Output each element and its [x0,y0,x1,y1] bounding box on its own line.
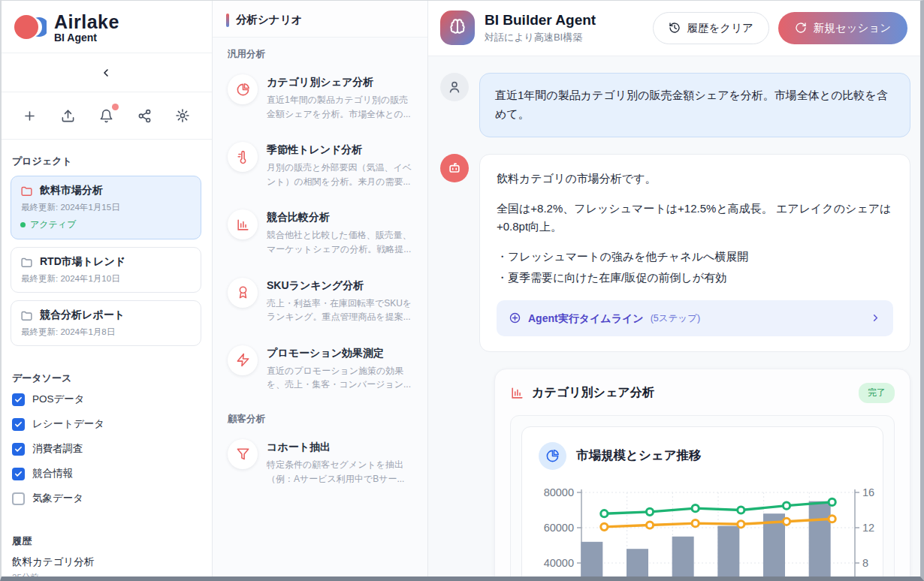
person-icon [447,80,462,95]
chat-body: 直近1年間の製品カテゴリ別の販売金額シェアを分析。市場全体との比較を含めて。 飲… [428,56,924,581]
project-status: アクティブ [30,218,76,231]
project-updated: 最終更新: 2024年1月10日 [21,273,192,284]
scenarios-header: 分析シナリオ [213,0,427,38]
check-icon [14,470,23,478]
datasource-weather[interactable]: 気象データ [12,492,200,505]
project-name: 競合分析レポート [40,309,125,322]
project-card-rtd-trend[interactable]: RTD市場トレンド 最終更新: 2024年1月10日 [11,247,201,293]
datasource-label: 消費者調査 [32,442,83,456]
svg-text:16: 16 [862,486,874,498]
new-session-label: 新規セッション [814,21,891,35]
checkbox[interactable] [12,393,25,406]
new-item-button[interactable] [20,106,39,125]
agent-paragraph: 全国は+8.2%、フレッシュマートは+12.5%と高成長。 エアレイクのシェアは… [497,200,893,236]
check-icon [14,420,23,429]
history-label: 履歴 [12,534,200,548]
chevron-left-icon [100,67,112,79]
check-icon [14,396,23,404]
filter-icon [236,447,250,461]
share-button[interactable] [134,106,154,125]
notifications-button[interactable] [96,106,116,125]
chart-card: 市場規模とシェア推移 20000400006000080000481216 [521,426,883,581]
projects-section: プロジェクト 飲料市場分析 最終更新: 2024年1月15日 アクティブ RTD… [0,140,212,357]
project-card-competitor-report[interactable]: 競合分析レポート 最終更新: 2024年1月8日 [11,300,201,346]
share-icon [137,109,152,123]
scenario-group-customer: 顧客分析 [228,413,412,426]
scenario-seasonal-trend[interactable]: 季節性トレンド分析 月別の販売と外部要因（気温、イベント）の相関を分析。来月の需… [213,131,427,199]
scenario-sku-ranking[interactable]: SKUランキング分析 売上・利益率・在庫回転率でSKUをランキング。重点管理商品… [213,267,427,335]
settings-button[interactable] [173,106,192,125]
result-card-title: カテゴリ別シェア分析 [532,385,654,401]
checkbox[interactable] [12,418,25,431]
scenario-title: 季節性トレンド分析 [267,143,412,157]
scenario-group-general: 汎用分析 [228,48,412,61]
plus-icon [23,109,37,123]
robot-icon [447,161,462,176]
active-dot [20,222,26,227]
checkbox[interactable] [12,492,25,505]
agent-timeline-row[interactable]: Agent実行タイムライン (5ステップ) [497,300,893,336]
datasource-consumer-survey[interactable]: 消費者調査 [12,442,200,456]
checkbox[interactable] [12,443,25,456]
checkbox[interactable] [12,468,25,480]
history-item[interactable]: 飲料カテゴリ分析 25分前 [12,555,200,581]
bar-chart-icon [236,218,250,232]
agent-message-row: 飲料カテゴリの市場分析です。 全国は+8.2%、フレッシュマートは+12.5%と… [440,154,910,352]
scenario-competitor-compare[interactable]: 競合比較分析 競合他社と比較した価格、販売量、マーケットシェアの分析。戦略提..… [213,199,427,266]
upload-button[interactable] [58,106,77,125]
sidebar-collapse-button[interactable] [0,53,212,92]
datasource-label: 気象データ [32,492,83,505]
gear-icon [175,108,190,123]
zap-icon [236,353,250,367]
user-avatar [440,73,469,101]
dual-axis-chart[interactable]: 20000400006000080000481216 [539,482,866,581]
upload-icon [61,109,75,123]
scenario-category-share[interactable]: カテゴリ別シェア分析 直近1年間の製品カテゴリ別の販売金額シェアを分析。市場全体… [213,64,427,131]
project-card-beverage-market[interactable]: 飲料市場分析 最終更新: 2024年1月15日 アクティブ [11,176,201,239]
agent-subtitle: 対話により高速BI構築 [485,31,596,44]
datasource-label: レシートデータ [32,417,104,431]
scenario-desc: 直近のプロモーション施策の効果を、売上・集客・コンバージョン... [267,364,412,392]
datasource-pos[interactable]: POSデータ [12,393,200,406]
scenario-title: SKUランキング分析 [267,279,412,293]
scenario-cohort-extract[interactable]: コホート抽出 特定条件の顧客セグメントを抽出（例：Aサービス利用中でBサー... [213,429,427,496]
scenario-desc: 競合他社と比較した価格、販売量、マーケットシェアの分析。戦略提... [267,228,412,256]
result-inner-panel: 市場規模とシェア推移 20000400006000080000481216 [510,415,895,581]
timeline-icon [509,312,521,324]
scenario-desc: 特定条件の顧客セグメントを抽出（例：Aサービス利用中でBサー... [267,458,412,486]
scenario-desc: 直近1年間の製品カテゴリ別の販売金額シェアを分析。市場全体との... [267,93,412,121]
brain-icon [448,18,467,38]
notification-dot [112,104,119,110]
datasource-receipt[interactable]: レシートデータ [12,417,200,431]
agent-paragraph: 飲料カテゴリの市場分析です。 [497,170,893,188]
clear-history-label: 履歴をクリア [687,21,753,35]
project-name: RTD市場トレンド [40,255,125,269]
datasource-competitor-info[interactable]: 競合情報 [12,467,200,480]
new-session-button[interactable]: 新規セッション [778,12,907,44]
chat-header: BI Builder Agent 対話により高速BI構築 履歴をクリア 新規セッ… [428,0,924,56]
award-icon [236,285,250,300]
svg-text:80000: 80000 [544,486,574,498]
scenario-promotion-effect[interactable]: プロモーション効果測定 直近のプロモーション施策の効果を、売上・集客・コンバージ… [213,335,427,402]
scenarios-panel: 分析シナリオ 汎用分析 カテゴリ別シェア分析 直近1年間の製品カテゴリ別の販売金… [213,0,428,581]
status-badge: 完了 [859,383,895,403]
folder-icon [20,256,33,269]
check-icon [14,445,23,453]
clear-history-button[interactable]: 履歴をクリア [653,12,768,44]
bar-chart-icon [510,386,524,400]
agent-bullet: ・夏季需要に向けた在庫/販促の前倒しが有効 [497,269,893,287]
logo-title: Airlake [54,11,119,33]
chart-title: 市場規模とシェア推移 [576,447,702,464]
folder-icon [20,185,33,197]
app-logo: Airlake BI Agent [0,0,212,53]
datasource-label: POSデータ [32,393,85,406]
sidebar-toolbar [0,92,212,140]
svg-text:60000: 60000 [544,522,574,534]
refresh-icon [795,22,807,34]
svg-text:8: 8 [862,557,868,569]
scenario-title: 競合比較分析 [267,211,412,224]
timeline-label: Agent実行タイムライン [528,310,644,327]
scenarios-title: 分析シナリオ [236,13,302,27]
agent-avatar [440,154,469,182]
timeline-steps: (5ステップ) [651,311,700,326]
